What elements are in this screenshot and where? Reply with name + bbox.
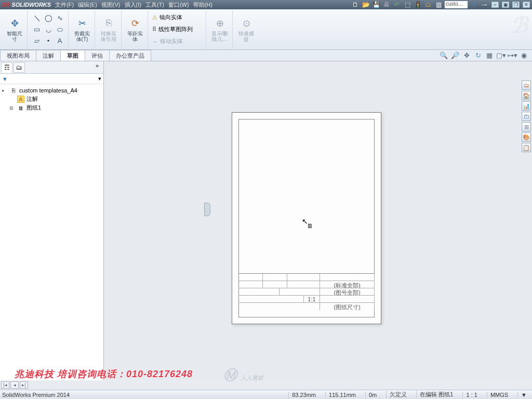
annotation-icon: A bbox=[17, 96, 24, 103]
spline-icon[interactable]: ∿ bbox=[55, 13, 65, 23]
appearances-icon[interactable]: 🎨 bbox=[522, 132, 531, 142]
print-icon[interactable]: 🖶 bbox=[382, 1, 391, 9]
move-entities-button[interactable]: ↔ 移动实体 bbox=[152, 37, 183, 45]
feature-tree: ▸ ⎘ custom templatesa_A4 A 注解 ⊞ 🗎 图纸1 bbox=[0, 84, 103, 380]
feature-manager-panel: ☶ 🗂 » ▼ ▾ ▸ ⎘ custom templatesa_A4 A 注解 … bbox=[0, 61, 104, 380]
expand-icon[interactable]: ▸ bbox=[2, 88, 8, 93]
sheet-prev-icon[interactable]: ◂ bbox=[10, 381, 19, 389]
file-explorer-icon[interactable]: 🗀 bbox=[522, 112, 531, 121]
status-units[interactable]: MMGS bbox=[487, 392, 511, 398]
linear-pattern-button[interactable]: ⠿ 线性草图阵列 bbox=[152, 25, 193, 33]
slot-icon[interactable]: ▱ bbox=[32, 36, 42, 46]
menu-tools[interactable]: 工具(T) bbox=[145, 1, 164, 9]
tree-sheet1[interactable]: ⊞ 🗎 图纸1 bbox=[1, 103, 102, 112]
filter-dropdown-icon[interactable]: ▾ bbox=[98, 75, 101, 82]
line-icon[interactable]: ＼ bbox=[32, 13, 42, 23]
panel-splitter[interactable] bbox=[204, 203, 210, 216]
sheet-first-icon[interactable]: |◂ bbox=[1, 381, 9, 389]
undo-icon[interactable]: ↶ bbox=[393, 1, 401, 9]
sketch-tools-grid: ＼ ◯ ∿ ▭ ◡ ⬭ ▱ • A bbox=[32, 13, 65, 46]
menu-insert[interactable]: 插入(I) bbox=[125, 1, 141, 9]
arc-icon[interactable]: ◡ bbox=[43, 24, 54, 35]
collapse-panel-icon[interactable]: » bbox=[92, 62, 102, 72]
overlay-watermark: Ⓜ 人人素材 bbox=[223, 366, 263, 384]
tab-view-layout[interactable]: 视图布局 bbox=[0, 50, 36, 61]
snap-icon: ⊙ bbox=[240, 17, 252, 30]
appearance-icon[interactable]: ◉ bbox=[520, 51, 528, 60]
offset-entities-button[interactable]: ⟳ 等距实 体 bbox=[126, 17, 144, 42]
tree-filter: ▼ ▾ bbox=[0, 74, 103, 84]
display-style-icon[interactable]: ▢▾ bbox=[497, 51, 505, 60]
traffic-icon[interactable]: 🚦 bbox=[414, 1, 422, 9]
save-icon[interactable]: 💾 bbox=[372, 1, 380, 9]
status-scale: 1 : 1 bbox=[462, 392, 480, 398]
title-block[interactable]: (标准全部) (图号全部) 1:1 (图纸尺寸) bbox=[238, 273, 375, 317]
select-icon[interactable]: ⬚ bbox=[403, 1, 411, 9]
view-palette-icon[interactable]: ⊞ bbox=[522, 122, 531, 131]
feature-tree-tab-icon[interactable]: ☶ bbox=[1, 62, 12, 73]
new-icon[interactable]: 🗋 bbox=[351, 1, 360, 9]
status-editing: 在编辑 图纸1 bbox=[416, 391, 456, 398]
help-icon[interactable]: ? bbox=[470, 1, 478, 9]
tree-annotations[interactable]: A 注解 bbox=[1, 95, 102, 103]
custom-props-icon[interactable]: 📋 bbox=[522, 143, 531, 152]
tab-office[interactable]: 办公室产品 bbox=[109, 50, 151, 61]
show-delete-button[interactable]: ⊕ 显示/删 除几… bbox=[210, 17, 229, 42]
sheet-next-icon[interactable]: ▸| bbox=[20, 381, 28, 389]
design-library-icon[interactable]: 📊 bbox=[522, 101, 531, 111]
ribbon: ✥ 智能尺 寸 ＼ ◯ ∿ ▭ ◡ ⬭ ▱ • A ✂ 剪裁实 体(T) ⎘ 转… bbox=[0, 9, 532, 50]
zoom-fit-icon[interactable]: 🔎 bbox=[451, 51, 459, 60]
tree-root[interactable]: ▸ ⎘ custom templatesa_A4 bbox=[1, 86, 102, 95]
menu-view[interactable]: 视图(V) bbox=[101, 1, 121, 9]
maximize-button[interactable]: ❐ bbox=[512, 2, 520, 8]
ellipse-icon[interactable]: ⬭ bbox=[55, 24, 65, 35]
tab-evaluate[interactable]: 评估 bbox=[85, 50, 110, 61]
hide-show-icon[interactable]: ⊶▾ bbox=[508, 51, 516, 60]
section-icon[interactable]: ▦ bbox=[485, 51, 494, 60]
menu-edit[interactable]: 编辑(E) bbox=[78, 1, 97, 9]
tb-dwgno: (图号全部) bbox=[320, 288, 375, 295]
dash-icon: ·‒ bbox=[480, 1, 488, 9]
point-icon[interactable]: • bbox=[43, 36, 54, 46]
minimize-button[interactable]: ‒ bbox=[491, 2, 499, 8]
quick-snap-button[interactable]: ⊙ 快速捕 捉 bbox=[237, 17, 256, 42]
open-icon[interactable]: 📂 bbox=[362, 1, 370, 9]
expand-sheet-icon[interactable]: ⊞ bbox=[9, 105, 15, 111]
tree-root-label: custom templatesa_A4 bbox=[19, 87, 77, 94]
tab-annotation[interactable]: 注解 bbox=[36, 50, 61, 61]
text-icon[interactable]: A bbox=[55, 36, 65, 46]
filter-input[interactable] bbox=[10, 75, 96, 83]
drawing-sheet[interactable]: (标准全部) (图号全部) 1:1 (图纸尺寸) bbox=[232, 112, 381, 324]
tree-sheet1-label: 图纸1 bbox=[26, 104, 41, 112]
convert-entities-button[interactable]: ⎘ 转换实 体引用 bbox=[99, 17, 118, 42]
status-menu-icon[interactable]: ▼ bbox=[517, 392, 530, 398]
smart-dimension-button[interactable]: ✥ 智能尺 寸 bbox=[5, 17, 24, 42]
command-tabs: 视图布局 注解 草图 评估 办公室产品 🔍 🔎 ✥ ↻ ▦ ▢▾ ⊶▾ ◉ bbox=[0, 50, 532, 61]
main-area: ☶ 🗂 » ▼ ▾ ▸ ⎘ custom templatesa_A4 A 注解 … bbox=[0, 61, 532, 380]
rotate-icon[interactable]: ↻ bbox=[474, 51, 482, 60]
settings-icon[interactable]: ▥ bbox=[434, 1, 443, 9]
rect-icon[interactable]: ▭ bbox=[32, 24, 42, 35]
resources-tab-icon[interactable]: 🗂 bbox=[522, 81, 531, 90]
mirror-icon: ⚠ bbox=[152, 14, 157, 21]
filter-icon[interactable]: ▼ bbox=[2, 76, 8, 82]
circle-icon[interactable]: ◯ bbox=[43, 13, 54, 23]
pan-icon[interactable]: ✥ bbox=[462, 51, 471, 60]
home-tab-icon[interactable]: 🏠 bbox=[522, 91, 531, 100]
menu-help[interactable]: 帮助(H) bbox=[193, 1, 212, 9]
restore-button[interactable]: ▣ bbox=[502, 2, 509, 8]
trim-entities-button[interactable]: ✂ 剪裁实 体(T) bbox=[73, 17, 91, 42]
options-icon[interactable]: 🗂 bbox=[424, 1, 432, 9]
convert-icon: ⎘ bbox=[102, 17, 115, 30]
graphics-viewport[interactable]: (标准全部) (图号全部) 1:1 (图纸尺寸) ↖🗎 bbox=[104, 61, 532, 380]
mirror-entities-button[interactable]: ⚠ 镜向实体 bbox=[152, 14, 182, 21]
zoom-in-icon[interactable]: 🔍 bbox=[440, 51, 448, 60]
menu-window[interactable]: 窗口(W) bbox=[168, 1, 189, 9]
menu-file[interactable]: 文件(F) bbox=[55, 1, 74, 9]
search-box[interactable]: custo… bbox=[445, 1, 468, 8]
tab-sketch[interactable]: 草图 bbox=[60, 50, 85, 61]
property-tab-icon[interactable]: 🗂 bbox=[14, 62, 25, 73]
close-button[interactable]: ✕ bbox=[523, 2, 530, 8]
relations-icon: ⊕ bbox=[214, 17, 226, 30]
status-defined: 欠定义 bbox=[386, 391, 410, 398]
